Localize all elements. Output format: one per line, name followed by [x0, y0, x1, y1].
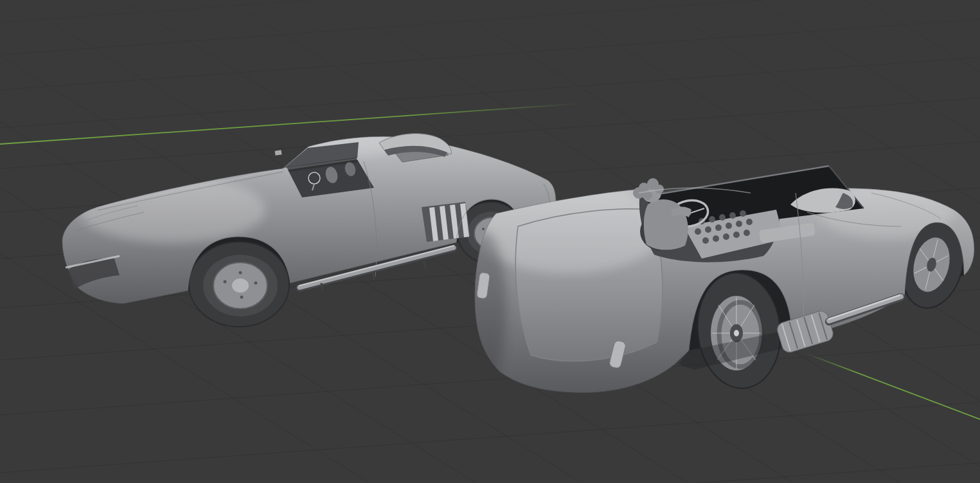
coupe-hubcap [232, 278, 249, 293]
scene-layer [0, 0, 980, 483]
y-axis-segment [0, 104, 580, 144]
coupe-front-wheel [189, 242, 289, 327]
roadster-knockoff-hub [734, 330, 739, 336]
y-axis-segment [805, 353, 980, 419]
coupe-fender-gills [422, 202, 470, 242]
coupe-side-mirror [275, 150, 282, 155]
viewport-3d[interactable] [0, 0, 980, 483]
